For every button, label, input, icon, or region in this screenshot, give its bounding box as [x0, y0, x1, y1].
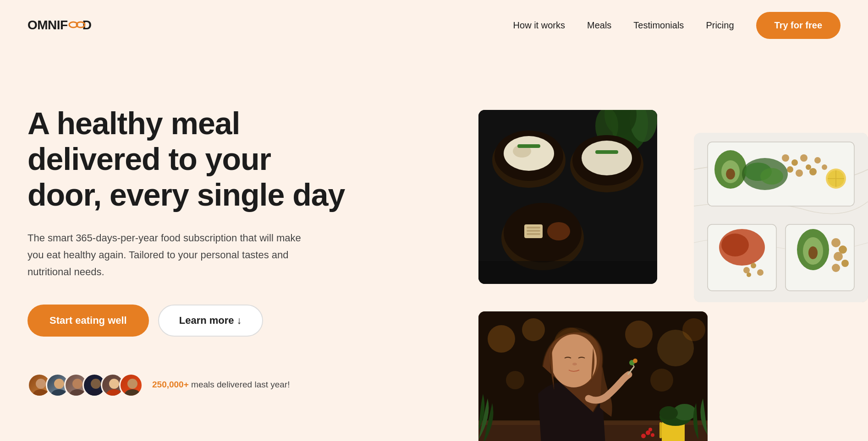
svg-point-70	[834, 252, 843, 261]
svg-point-80	[506, 371, 524, 389]
svg-point-59	[721, 234, 749, 256]
svg-point-42	[791, 159, 798, 166]
svg-point-92	[648, 428, 652, 431]
svg-point-75	[522, 318, 545, 341]
food-image-woman	[478, 311, 708, 441]
hero-images	[478, 110, 868, 441]
svg-point-10	[109, 379, 119, 389]
svg-point-67	[808, 246, 818, 259]
svg-point-48	[809, 168, 817, 175]
svg-rect-33	[527, 233, 540, 235]
svg-point-56	[760, 168, 783, 185]
svg-point-77	[625, 321, 653, 348]
svg-point-74	[488, 325, 515, 353]
header: OMNIF D How it works Meals Testimonials …	[0, 0, 868, 50]
svg-rect-35	[478, 261, 657, 284]
hero-section: A healthy meal delivered to your door, e…	[0, 50, 868, 441]
try-for-free-button[interactable]: Try for free	[756, 12, 841, 39]
svg-rect-85	[659, 422, 662, 438]
nav-how-it-works[interactable]: How it works	[513, 20, 565, 31]
customer-avatars	[27, 373, 143, 397]
svg-point-91	[641, 434, 646, 438]
svg-point-4	[54, 379, 64, 389]
arrow-down-icon: ↓	[237, 315, 242, 327]
avatar	[119, 373, 143, 397]
svg-point-72	[832, 264, 840, 272]
svg-point-62	[757, 269, 764, 276]
main-nav: How it works Meals Testimonials Pricing …	[513, 12, 841, 39]
nav-meals[interactable]: Meals	[587, 20, 611, 31]
svg-point-90	[651, 433, 654, 437]
svg-point-45	[796, 169, 803, 177]
food-image-mealprep	[694, 133, 868, 302]
start-eating-button[interactable]: Start eating well	[27, 305, 149, 337]
svg-point-43	[800, 154, 808, 162]
hero-buttons: Start eating well Learn more ↓	[27, 305, 348, 337]
svg-rect-27	[595, 150, 618, 154]
svg-point-6	[72, 379, 82, 389]
svg-point-40	[726, 169, 735, 180]
learn-more-button[interactable]: Learn more ↓	[158, 305, 263, 337]
svg-point-34	[547, 222, 570, 240]
social-proof: 250,000+ meals delivered last year!	[27, 373, 348, 397]
svg-point-79	[682, 318, 705, 341]
nav-testimonials[interactable]: Testimonials	[633, 20, 684, 31]
svg-point-41	[782, 154, 789, 162]
svg-point-81	[650, 369, 673, 392]
svg-point-49	[822, 164, 827, 170]
svg-point-12	[127, 379, 137, 389]
svg-point-8	[91, 379, 101, 389]
hero-description: The smart 365-days-per-year food subscri…	[27, 229, 312, 281]
food-image-bowls	[478, 110, 657, 284]
svg-point-101	[549, 327, 600, 387]
svg-point-61	[751, 263, 756, 268]
hero-text-content: A healthy meal delivered to your door, e…	[27, 78, 348, 397]
svg-rect-23	[517, 144, 540, 148]
hero-heading: A healthy meal delivered to your door, e…	[27, 105, 348, 213]
svg-point-88	[659, 406, 678, 420]
logo[interactable]: OMNIF D	[27, 18, 91, 33]
svg-point-2	[36, 379, 46, 389]
svg-point-100	[633, 359, 637, 363]
social-proof-text: 250,000+ meals delivered last year!	[152, 379, 290, 391]
svg-point-63	[747, 272, 751, 277]
logo-text: OMNIF D	[27, 18, 91, 33]
svg-rect-32	[527, 230, 540, 232]
svg-point-60	[743, 267, 750, 273]
svg-point-26	[582, 141, 632, 175]
svg-rect-31	[527, 227, 540, 229]
nav-pricing[interactable]: Pricing	[706, 20, 734, 31]
svg-point-44	[787, 166, 793, 173]
svg-point-47	[814, 157, 821, 163]
svg-point-46	[806, 164, 811, 170]
svg-point-68	[831, 238, 841, 247]
svg-point-13	[124, 389, 141, 397]
svg-point-71	[841, 260, 849, 267]
